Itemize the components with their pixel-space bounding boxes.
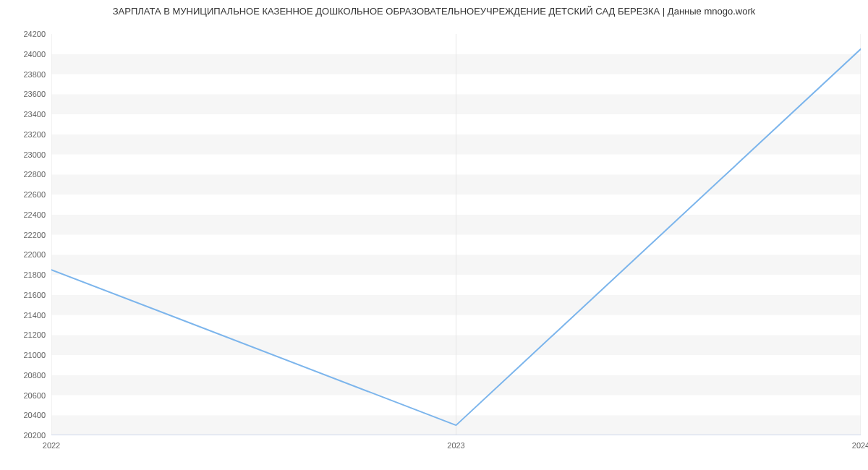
y-tick-label: 22600	[23, 190, 46, 199]
y-tick-label: 23200	[23, 130, 46, 139]
y-tick-label: 23400	[23, 110, 46, 119]
y-tick-label: 21600	[23, 291, 46, 299]
y-tick-label: 23800	[23, 70, 46, 79]
y-tick-label: 21200	[23, 330, 46, 339]
chart-title: ЗАРПЛАТА В МУНИЦИПАЛЬНОЕ КАЗЕННОЕ ДОШКОЛ…	[0, 6, 868, 17]
y-tick-label: 21000	[23, 351, 46, 359]
y-tick-label: 22800	[23, 170, 46, 179]
y-tick-label: 20400	[23, 411, 46, 419]
chart-container: ЗАРПЛАТА В МУНИЦИПАЛЬНОЕ КАЗЕННОЕ ДОШКОЛ…	[0, 0, 868, 470]
x-tick-label: 2022	[43, 441, 60, 450]
y-tick-label: 22400	[23, 210, 46, 219]
x-tick-label: 2023	[447, 441, 464, 450]
y-tick-label: 20600	[23, 391, 46, 400]
y-tick-label: 23000	[23, 150, 46, 159]
y-tick-label: 23600	[23, 90, 46, 98]
y-tick-label: 20200	[23, 431, 46, 440]
x-tick-label: 2024	[852, 441, 868, 450]
y-tick-label: 22200	[23, 231, 46, 239]
y-tick-label: 24000	[23, 50, 46, 59]
y-tick-label: 24200	[23, 30, 46, 38]
y-tick-label: 21800	[23, 270, 46, 279]
y-tick-label: 21400	[23, 311, 46, 320]
y-tick-label: 20800	[23, 371, 46, 380]
y-tick-label: 22000	[23, 250, 46, 259]
plot-area: 2020020400206002080021000212002140021600…	[51, 34, 861, 435]
chart-svg	[51, 34, 861, 435]
